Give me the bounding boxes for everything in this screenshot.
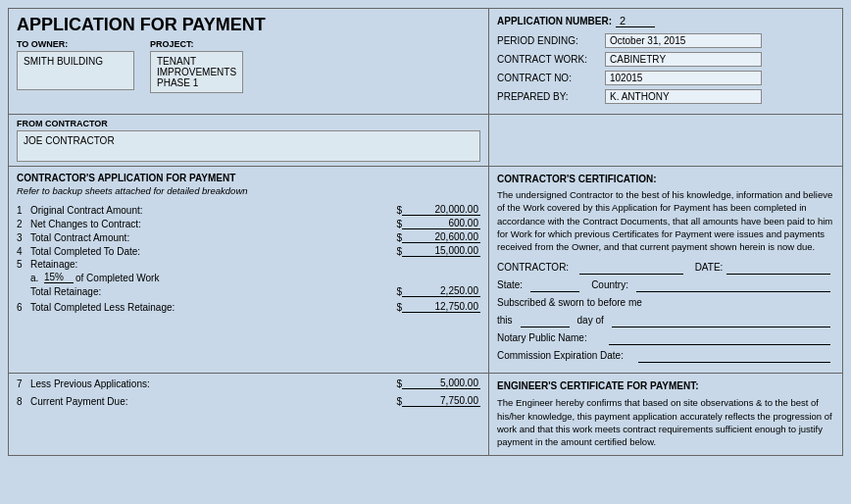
line5-dollar: $ <box>388 286 402 297</box>
header-right: APPLICATION NUMBER: 2 PERIOD ENDING: Oct… <box>489 9 842 114</box>
owner-label: TO OWNER: <box>17 39 134 49</box>
prepared-by-label: PREPARED BY: <box>497 91 605 102</box>
contract-work-value: CABINETRY <box>605 52 762 67</box>
period-ending-value: October 31, 2015 <box>605 33 762 48</box>
contract-work-label: CONTRACT WORK: <box>497 54 605 65</box>
line-2: 2 Net Changes to Contract: $ 600.00 <box>17 218 480 229</box>
line4-dollar: $ <box>388 246 402 257</box>
line2-dollar: $ <box>388 219 402 229</box>
line8-amount: 7,750.00 <box>402 395 480 407</box>
line3-amount: 20,600.00 <box>402 231 480 243</box>
prepared-by-value: K. ANTHONY <box>605 89 762 104</box>
owner-section: TO OWNER: SMITH BUILDING <box>17 39 134 93</box>
line7-amount: 5,000.00 <box>402 378 480 389</box>
app-number-label: APPLICATION NUMBER: <box>497 16 612 26</box>
page: APPLICATION FOR PAYMENT TO OWNER: SMITH … <box>0 0 851 504</box>
cert-commission-value <box>638 362 830 363</box>
cert-text: The undersigned Contractor to the best o… <box>497 188 834 253</box>
period-ending-row: PERIOD ENDING: October 31, 2015 <box>497 33 834 48</box>
bottom-left: 7 Less Previous Applications: $ 5,000.00… <box>9 374 489 454</box>
header-left: APPLICATION FOR PAYMENT TO OWNER: SMITH … <box>9 9 489 114</box>
from-left: FROM CONTRACTOR JOE CONTRACTOR <box>9 115 489 166</box>
line6-dollar: $ <box>388 302 402 313</box>
cert-contractor-row: CONTRACTOR: DATE: <box>497 261 834 275</box>
cert-this-value <box>521 327 570 328</box>
from-row: FROM CONTRACTOR JOE CONTRACTOR <box>9 115 842 167</box>
app-number-row: APPLICATION NUMBER: 2 <box>497 15 834 27</box>
cert-contractor-label: CONTRACTOR: <box>497 261 576 275</box>
contractor-value: JOE CONTRACTOR <box>17 130 480 162</box>
line8-num: 8 <box>17 396 30 407</box>
line-3: 3 Total Contract Amount: $ 20,600.00 <box>17 231 480 243</box>
cert-state-value <box>530 291 579 292</box>
app-number-value: 2 <box>616 15 655 27</box>
line-4: 4 Total Completed To Date: $ 15,000.00 <box>17 245 480 257</box>
line8-dollar: $ <box>388 396 402 407</box>
cert-sworn-label: Subscribed & sworn to before me <box>497 296 642 310</box>
from-right-empty <box>489 115 842 166</box>
cert-state-row: State: Country: <box>497 278 834 292</box>
line5-num: 5 <box>17 259 30 270</box>
line2-num: 2 <box>17 219 30 229</box>
cert-country-label: Country: <box>591 278 628 292</box>
contract-no-row: CONTRACT NO: 102015 <box>497 71 834 85</box>
line-5-total: Total Retainage: $ 2,250.00 <box>30 285 480 297</box>
application-subtitle: Refer to backup sheets attached for deta… <box>17 185 480 196</box>
application-title: CONTRACTOR'S APPLICATION FOR PAYMENT <box>17 173 480 183</box>
cert-date-value <box>726 274 830 275</box>
cert-sworn-row: Subscribed & sworn to before me <box>497 296 834 310</box>
line6-num: 6 <box>17 302 30 313</box>
line3-dollar: $ <box>388 232 402 243</box>
engineer-text: The Engineer hereby confirms that based … <box>497 396 834 448</box>
line5a-indent: a. <box>30 273 44 283</box>
header-row: APPLICATION FOR PAYMENT TO OWNER: SMITH … <box>9 9 842 115</box>
cert-commission-row: Commission Expiration Date: <box>497 349 834 363</box>
cert-date-label: DATE: <box>695 261 724 275</box>
line-5a: a. 15% of Completed Work <box>30 272 480 283</box>
line6-amount: 12,750.00 <box>402 301 480 313</box>
contract-no-label: CONTRACT NO: <box>497 73 605 83</box>
line5-total-label: Total Retainage: <box>30 286 388 297</box>
application-section: CONTRACTOR'S APPLICATION FOR PAYMENT Ref… <box>9 167 489 373</box>
line7-dollar: $ <box>388 378 402 389</box>
bottom-row: 7 Less Previous Applications: $ 5,000.00… <box>9 374 842 454</box>
line3-num: 3 <box>17 232 30 243</box>
cert-notary-row: Notary Public Name: <box>497 331 834 345</box>
line5a-pct: 15% <box>44 272 74 283</box>
cert-day-value <box>612 327 830 328</box>
cert-country-value <box>636 291 830 292</box>
main-container: APPLICATION FOR PAYMENT TO OWNER: SMITH … <box>8 8 843 456</box>
cert-state-label: State: <box>497 278 523 292</box>
line2-desc: Net Changes to Contract: <box>30 219 388 229</box>
line-6: 6 Total Completed Less Retainage: $ 12,7… <box>17 301 480 313</box>
line4-num: 4 <box>17 246 30 257</box>
engineer-title: ENGINEER'S CERTIFICATE FOR PAYMENT: <box>497 379 834 393</box>
prepared-by-row: PREPARED BY: K. ANTHONY <box>497 89 834 104</box>
line3-desc: Total Contract Amount: <box>30 232 388 243</box>
line4-desc: Total Completed To Date: <box>30 246 388 257</box>
line-8: 8 Current Payment Due: $ 7,750.00 <box>17 395 480 407</box>
cert-contractor-value <box>579 274 683 275</box>
line7-desc: Less Previous Applications: <box>30 378 388 389</box>
engineer-section: ENGINEER'S CERTIFICATE FOR PAYMENT: The … <box>489 374 842 454</box>
line-7: 7 Less Previous Applications: $ 5,000.00 <box>17 378 480 389</box>
cert-this-row: this day of <box>497 314 834 328</box>
line-1: 1 Original Contract Amount: $ 20,000.00 <box>17 204 480 216</box>
cert-title: CONTRACTOR'S CERTIFICATION: <box>497 173 834 186</box>
cert-notary-label: Notary Public Name: <box>497 331 605 345</box>
cert-this-label: this <box>497 314 513 328</box>
line-5: 5 Retainage: <box>17 259 480 270</box>
line5-desc: Retainage: <box>30 259 480 270</box>
body-row: CONTRACTOR'S APPLICATION FOR PAYMENT Ref… <box>9 167 842 374</box>
line6-desc: Total Completed Less Retainage: <box>30 302 388 313</box>
page-title: APPLICATION FOR PAYMENT <box>17 15 480 35</box>
line5-amount: 2,250.00 <box>402 285 480 297</box>
line8-desc: Current Payment Due: <box>30 396 388 407</box>
contractor-label: FROM CONTRACTOR <box>17 119 480 128</box>
contract-work-row: CONTRACT WORK: CABINETRY <box>497 52 834 67</box>
contract-no-value: 102015 <box>605 71 762 85</box>
line2-amount: 600.00 <box>402 218 480 229</box>
certification-section: CONTRACTOR'S CERTIFICATION: The undersig… <box>489 167 842 373</box>
cert-notary-value <box>609 344 830 345</box>
line4-amount: 15,000.00 <box>402 245 480 257</box>
